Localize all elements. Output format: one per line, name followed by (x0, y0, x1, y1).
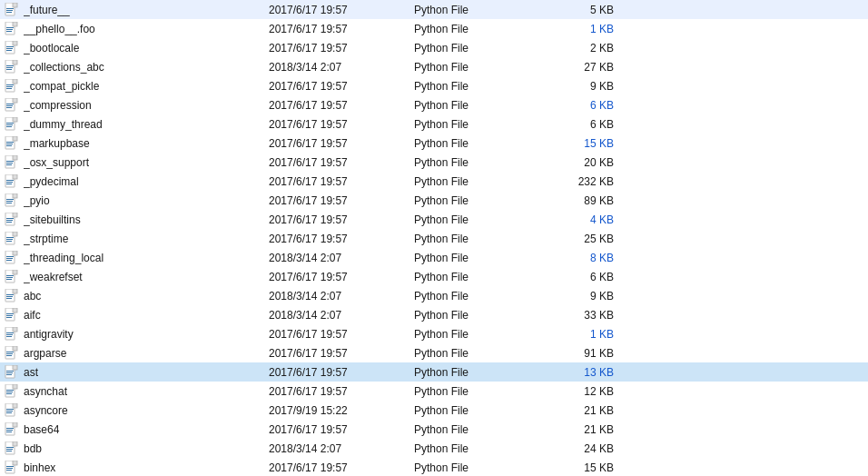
file-date: 2017/6/17 19:57 (269, 385, 414, 398)
svg-rect-143 (6, 451, 12, 451)
svg-rect-98 (13, 308, 17, 312)
file-date: 2018/3/14 2:07 (269, 252, 414, 264)
svg-rect-111 (6, 352, 14, 352)
svg-rect-148 (6, 468, 13, 469)
file-date: 2018/3/14 2:07 (269, 309, 414, 322)
file-name: asyncore (24, 404, 269, 417)
svg-rect-76 (6, 239, 13, 240)
file-type-icon (4, 421, 20, 438)
file-type-icon (4, 383, 20, 400)
file-size: 4 KB (541, 213, 614, 226)
svg-rect-149 (6, 470, 12, 471)
file-name: argparse (24, 347, 269, 360)
svg-rect-74 (13, 232, 17, 236)
table-row[interactable]: _dummy_thread 2017/6/17 19:57 Python Fil… (0, 114, 868, 134)
table-row[interactable]: _weakrefset 2017/6/17 19:57 Python File … (0, 267, 868, 286)
file-type-icon (4, 402, 20, 419)
file-size: 1 KB (541, 23, 614, 35)
table-row[interactable]: _sitebuiltins 2017/6/17 19:57 Python Fil… (0, 210, 868, 229)
svg-rect-107 (6, 336, 12, 337)
table-row[interactable]: _collections_abc 2018/3/14 2:07 Python F… (0, 57, 868, 76)
svg-rect-142 (6, 449, 13, 450)
file-size: 91 KB (541, 347, 614, 360)
table-row[interactable]: antigravity 2017/6/17 19:57 Python File … (0, 324, 868, 343)
file-type-label: Python File (414, 328, 541, 341)
file-size: 13 KB (541, 366, 614, 379)
file-type-icon (4, 174, 20, 190)
svg-rect-9 (6, 27, 14, 28)
table-row[interactable]: __phello__.foo 2017/6/17 19:57 Python Fi… (0, 19, 868, 38)
file-size: 25 KB (541, 233, 614, 245)
file-type-icon (4, 78, 20, 94)
svg-rect-46 (6, 144, 13, 144)
table-row[interactable]: aifc 2018/3/14 2:07 Python File 33 KB (0, 305, 868, 324)
svg-rect-5 (6, 12, 12, 13)
svg-rect-89 (6, 279, 12, 280)
svg-rect-32 (13, 98, 17, 103)
svg-rect-99 (6, 313, 14, 314)
table-row[interactable]: binhex 2017/6/17 19:57 Python File 15 KB (0, 458, 868, 476)
svg-rect-33 (6, 104, 14, 104)
svg-rect-52 (6, 163, 13, 164)
table-row[interactable]: ast 2017/6/17 19:57 Python File 13 KB (0, 362, 868, 382)
file-type-icon (4, 2, 20, 18)
table-row[interactable]: asynchat 2017/6/17 19:57 Python File 12 … (0, 382, 868, 401)
svg-rect-118 (6, 372, 13, 373)
table-row[interactable]: base64 2017/6/17 19:57 Python File 21 KB (0, 420, 868, 439)
table-row[interactable]: _osx_support 2017/6/17 19:57 Python File… (0, 153, 868, 172)
file-date: 2017/6/17 19:57 (269, 328, 414, 341)
table-row[interactable]: _markupbase 2017/6/17 19:57 Python File … (0, 134, 868, 153)
table-row[interactable]: abc 2018/3/14 2:07 Python File 9 KB (0, 286, 868, 305)
file-size: 24 KB (541, 442, 614, 455)
file-name: __phello__.foo (24, 23, 269, 35)
svg-rect-122 (13, 384, 17, 389)
file-name: _dummy_thread (24, 118, 269, 131)
file-type-label: Python File (414, 423, 541, 436)
file-type-label: Python File (414, 61, 541, 74)
svg-rect-41 (6, 126, 12, 127)
svg-rect-3 (6, 8, 14, 9)
table-row[interactable]: _compat_pickle 2017/6/17 19:57 Python Fi… (0, 76, 868, 95)
svg-rect-95 (6, 298, 12, 299)
svg-rect-135 (6, 428, 14, 429)
file-type-icon (4, 193, 20, 209)
table-row[interactable]: _threading_local 2018/3/14 2:07 Python F… (0, 248, 868, 267)
svg-rect-104 (13, 327, 17, 332)
table-row[interactable]: _future__ 2017/6/17 19:57 Python File 5 … (0, 0, 868, 19)
file-list[interactable]: _future__ 2017/6/17 19:57 Python File 5 … (0, 0, 868, 476)
svg-rect-22 (6, 67, 13, 68)
table-row[interactable]: _strptime 2017/6/17 19:57 Python File 25… (0, 229, 868, 248)
svg-rect-116 (13, 365, 17, 370)
svg-rect-129 (6, 409, 14, 410)
file-name: _threading_local (24, 252, 269, 264)
svg-rect-27 (6, 84, 14, 85)
file-type-icon (4, 231, 20, 247)
file-date: 2017/6/17 19:57 (269, 271, 414, 283)
file-type-icon (4, 307, 20, 323)
file-name: _pydecimal (24, 175, 269, 188)
file-type-label: Python File (414, 309, 541, 322)
svg-rect-125 (6, 393, 12, 394)
svg-rect-47 (6, 145, 12, 146)
table-row[interactable]: bdb 2018/3/14 2:07 Python File 24 KB (0, 439, 868, 458)
file-date: 2017/6/17 19:57 (269, 156, 414, 169)
table-row[interactable]: _compression 2017/6/17 19:57 Python File… (0, 95, 868, 114)
table-row[interactable]: asyncore 2017/9/19 15:22 Python File 21 … (0, 401, 868, 420)
file-date: 2018/3/14 2:07 (269, 290, 414, 302)
file-date: 2017/6/17 19:57 (269, 461, 414, 474)
file-name: binhex (24, 461, 269, 474)
svg-rect-70 (6, 220, 13, 221)
file-name: _weakrefset (24, 271, 269, 283)
svg-rect-130 (6, 411, 13, 412)
svg-rect-8 (13, 22, 17, 26)
table-row[interactable]: _bootlocale 2017/6/17 19:57 Python File … (0, 38, 868, 57)
file-type-label: Python File (414, 442, 541, 455)
file-date: 2017/6/17 19:57 (269, 99, 414, 112)
table-row[interactable]: argparse 2017/6/17 19:57 Python File 91 … (0, 343, 868, 362)
svg-rect-62 (13, 193, 17, 198)
svg-rect-137 (6, 431, 12, 432)
svg-rect-44 (13, 136, 17, 141)
table-row[interactable]: _pyio 2017/6/17 19:57 Python File 89 KB (0, 191, 868, 210)
table-row[interactable]: _pydecimal 2017/6/17 19:57 Python File 2… (0, 172, 868, 191)
file-type-label: Python File (414, 42, 541, 55)
